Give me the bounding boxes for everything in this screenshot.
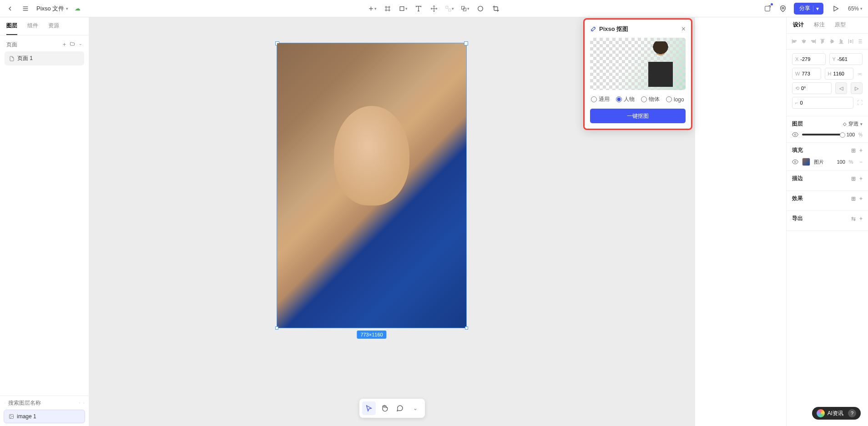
x-field[interactable]: X (792, 53, 826, 65)
radius-field[interactable]: ⌐ (792, 97, 853, 109)
flip-v-icon[interactable]: ▷ (851, 82, 863, 94)
koutu-preview (590, 38, 686, 90)
height-field[interactable]: H (825, 68, 854, 80)
tab-assets[interactable]: 资源 (48, 22, 59, 35)
page-name: 页面 1 (17, 55, 33, 62)
align-bottom-icon[interactable] (838, 37, 845, 45)
right-panel-tabs: 设计 标注 原型 (787, 17, 868, 34)
add-effect-icon[interactable]: + (859, 195, 863, 202)
width-field[interactable]: W (792, 68, 821, 80)
blend-mode[interactable]: ◇ 穿透 ▾ (843, 120, 863, 127)
boolean-icon[interactable]: ▾ (460, 4, 469, 13)
menu-icon[interactable] (21, 4, 30, 13)
add-fill-icon[interactable]: + (859, 147, 863, 154)
align-left-icon[interactable] (791, 37, 798, 45)
effect-style-icon[interactable]: ⊞ (851, 195, 856, 202)
location-icon[interactable] (778, 4, 787, 13)
fill-style-icon[interactable]: ⊞ (851, 147, 856, 154)
component-icon[interactable]: ▾ (445, 4, 454, 13)
left-panel-tabs: 图层 组件 资源 (0, 17, 89, 35)
tab-annotate[interactable]: 标注 (814, 21, 825, 33)
folder-icon[interactable] (70, 41, 75, 48)
zoom-level[interactable]: 65% ▾ (848, 5, 863, 12)
svg-point-18 (782, 7, 784, 9)
svg-rect-33 (793, 42, 795, 43)
layer-search-input[interactable] (8, 400, 76, 406)
close-icon[interactable]: × (681, 25, 686, 33)
add-icon[interactable]: ▾ (368, 4, 377, 13)
opacity-slider[interactable] (802, 134, 843, 135)
rotation-field[interactable]: ⟲ (792, 82, 832, 94)
align-vcenter-icon[interactable] (829, 37, 836, 45)
align-top-icon[interactable] (819, 37, 826, 45)
eye-icon[interactable] (792, 159, 798, 165)
ellipse-icon[interactable] (476, 4, 485, 13)
filter-icon[interactable] (79, 400, 80, 406)
svg-rect-39 (812, 42, 815, 43)
frame-icon[interactable] (383, 4, 392, 13)
fill-type[interactable]: 图片 (814, 159, 824, 165)
chevron-down-icon[interactable]: ▾ (813, 5, 822, 12)
chevron-down-icon: ▾ (860, 6, 863, 11)
back-icon[interactable] (5, 4, 15, 13)
share-button[interactable]: 分享 ▾ (794, 3, 823, 15)
publish-icon[interactable] (763, 4, 772, 13)
tab-components[interactable]: 组件 (27, 22, 38, 35)
fill-swatch[interactable] (802, 158, 810, 166)
koutu-button[interactable]: 一键抠图 (590, 109, 686, 123)
align-hcenter-icon[interactable] (801, 37, 807, 45)
export-settings-icon[interactable]: ⇆ (851, 216, 856, 222)
top-toolbar: Pixso 文件 ▾ ☁ ▾ ▾ ▾ ▾ 分享 ▾ 65% ▾ (0, 0, 868, 17)
remove-fill-icon[interactable]: − (860, 159, 863, 165)
tab-layers[interactable]: 图层 (6, 22, 17, 35)
opacity-value[interactable]: 100 (847, 132, 855, 137)
align-right-icon[interactable] (810, 37, 817, 45)
eye-icon[interactable] (792, 131, 798, 138)
comment-tool[interactable] (393, 401, 407, 415)
ai-badge[interactable]: AI资讯 ? (812, 407, 861, 420)
hand-tool[interactable] (378, 401, 391, 415)
radio-person[interactable]: 人物 (616, 95, 635, 103)
text-icon[interactable] (414, 4, 423, 13)
help-icon[interactable]: ? (848, 409, 856, 417)
settings-icon[interactable] (83, 400, 84, 406)
crop-icon[interactable] (491, 4, 500, 13)
fill-opacity[interactable]: 100 (837, 159, 845, 165)
y-field[interactable]: Y (829, 53, 863, 65)
layer-item[interactable]: image 1 (4, 410, 85, 423)
selection-frame[interactable]: 773×1160 (277, 43, 467, 328)
distribute-more-icon[interactable] (857, 37, 863, 45)
page-item[interactable]: 页面 1 (5, 51, 84, 65)
play-button[interactable] (830, 3, 842, 15)
add-stroke-icon[interactable]: + (859, 175, 863, 182)
move-icon[interactable] (429, 4, 439, 13)
file-title[interactable]: Pixso 文件 ▾ (36, 5, 68, 13)
fill-label: 填充 (792, 146, 803, 154)
more-tools[interactable]: ⌄ (409, 401, 422, 415)
stroke-style-icon[interactable]: ⊞ (851, 175, 856, 182)
dimensions-badge: 773×1160 (357, 331, 386, 339)
alignment-controls (787, 34, 868, 50)
shape-icon[interactable]: ▾ (399, 4, 408, 13)
pointer-tool[interactable] (362, 401, 376, 415)
magic-wand-icon (590, 26, 596, 32)
svg-point-56 (794, 161, 796, 163)
tab-prototype[interactable]: 原型 (835, 21, 846, 33)
distribute-h-icon[interactable] (848, 37, 854, 45)
flip-h-icon[interactable]: ◁ (835, 82, 847, 94)
cloud-sync-icon: ☁ (75, 5, 81, 12)
tab-design[interactable]: 设计 (793, 21, 804, 33)
radio-object[interactable]: 物体 (641, 95, 660, 103)
effect-section: 效果 ⊞+ (787, 191, 868, 211)
selected-image[interactable] (277, 43, 466, 328)
chevron-down-icon[interactable]: ⌄ (79, 41, 82, 48)
add-page-icon[interactable]: + (63, 41, 66, 48)
add-export-icon[interactable]: + (859, 216, 863, 222)
effect-label: 效果 (792, 195, 803, 202)
radio-general[interactable]: 通用 (591, 95, 610, 103)
page-icon (9, 56, 15, 61)
link-dims-icon[interactable]: ⫘ (857, 68, 863, 80)
svg-rect-17 (765, 6, 770, 11)
radio-logo[interactable]: logo (666, 95, 684, 103)
radius-expand-icon[interactable]: ⛶ (857, 97, 863, 109)
